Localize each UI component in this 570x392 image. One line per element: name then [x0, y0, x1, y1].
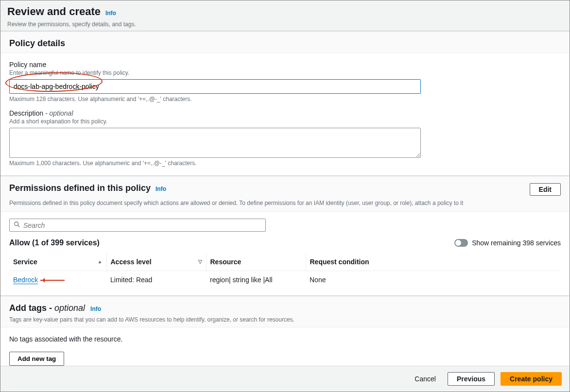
cancel-button[interactable]: Cancel: [409, 372, 442, 386]
policy-name-constraint: Maximum 128 characters. Use alphanumeric…: [9, 96, 561, 102]
policy-name-input[interactable]: [9, 79, 421, 94]
description-optional: - optional: [45, 109, 73, 117]
sort-asc-icon: [98, 259, 103, 264]
policy-details-header: Policy details: [0, 32, 570, 53]
header-info-link[interactable]: Info: [105, 10, 116, 17]
permissions-subdesc: Permissions defined in this policy docum…: [0, 200, 570, 212]
permissions-search[interactable]: [9, 219, 266, 232]
policy-name-help: Enter a meaningful name to identify this…: [9, 69, 561, 76]
service-link[interactable]: Bedrock: [13, 276, 38, 284]
allow-heading: Allow (1 of 399 services): [9, 239, 100, 247]
tags-heading: Add tags - optional: [9, 303, 87, 313]
page-header: Review and create Info Review the permis…: [0, 0, 570, 31]
description-label-text: Description: [9, 109, 43, 117]
description-label: Description - optional: [9, 109, 561, 117]
col-service[interactable]: Service: [9, 253, 106, 271]
tags-header: Add tags - optional Info Tags are key-va…: [0, 296, 570, 327]
create-policy-button[interactable]: Create policy: [501, 372, 562, 386]
description-textarea[interactable]: [9, 128, 421, 158]
policy-name-label: Policy name: [9, 61, 561, 68]
tags-section: Add tags - optional Info Tags are key-va…: [0, 296, 570, 366]
permissions-table: Service Access level Resource Request co…: [9, 253, 561, 289]
col-condition[interactable]: Request condition: [306, 253, 561, 271]
page-subtitle: Review the permissions, specify details,…: [7, 21, 563, 28]
previous-button[interactable]: Previous: [448, 372, 495, 386]
tags-subdesc: Tags are key-value pairs that you can ad…: [9, 316, 561, 323]
access-cell: Limited: Read: [106, 271, 206, 289]
add-tag-button[interactable]: Add new tag: [9, 352, 64, 366]
policy-details-section: Policy details Policy name Enter a meani…: [0, 31, 570, 176]
wizard-footer: Cancel Previous Create policy: [0, 366, 570, 392]
permissions-info-link[interactable]: Info: [155, 186, 166, 192]
condition-cell: None: [306, 271, 561, 289]
toggle-label: Show remaining 398 services: [472, 239, 561, 247]
col-access[interactable]: Access level: [106, 253, 206, 271]
toggle-icon: [454, 239, 468, 247]
permissions-header: Permissions defined in this policy Info …: [0, 176, 570, 200]
show-remaining-toggle[interactable]: Show remaining 398 services: [454, 239, 561, 247]
permissions-search-input[interactable]: [23, 222, 261, 229]
tags-info-link[interactable]: Info: [90, 306, 101, 312]
permissions-heading: Permissions defined in this policy: [9, 183, 151, 193]
table-row: Bedrock Limited: Read region| string lik…: [9, 271, 561, 289]
description-constraint: Maximum 1,000 characters. Use alphanumer…: [9, 160, 561, 167]
edit-button[interactable]: Edit: [530, 183, 561, 196]
tags-empty-text: No tags associated with the resource.: [9, 335, 561, 343]
svg-point-0: [15, 222, 18, 226]
description-help: Add a short explanation for this policy.: [9, 118, 561, 125]
filter-icon: [198, 259, 202, 264]
svg-line-1: [18, 225, 20, 227]
resource-cell: region| string like |All: [206, 271, 306, 289]
annotation-arrow: [40, 280, 65, 281]
policy-details-heading: Policy details: [9, 38, 65, 49]
col-resource[interactable]: Resource: [206, 253, 306, 271]
permissions-section: Permissions defined in this policy Info …: [0, 176, 570, 296]
search-icon: [14, 221, 23, 229]
page-title: Review and create: [7, 5, 101, 17]
